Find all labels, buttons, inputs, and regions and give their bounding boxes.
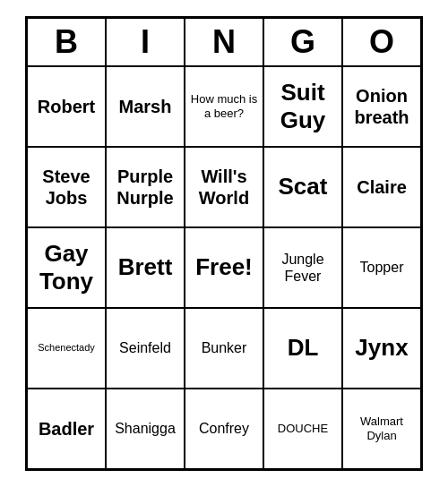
- cell-text: Shanigga: [115, 420, 176, 437]
- cell-text: Free!: [195, 253, 253, 281]
- cell-text: Claire: [357, 176, 407, 198]
- cell-text: Onion breath: [347, 85, 417, 128]
- cell-text: DL: [288, 334, 319, 362]
- cell-text: Jungle Fever: [268, 251, 338, 285]
- bingo-cell: Confrey: [185, 389, 263, 469]
- bingo-cell: Seinfeld: [106, 308, 185, 389]
- bingo-cell: Brett: [106, 227, 185, 308]
- bingo-header: BINGO: [27, 18, 421, 66]
- bingo-cell: Walmart Dylan: [342, 389, 421, 469]
- header-letter: I: [106, 18, 185, 66]
- cell-text: Marsh: [119, 96, 172, 117]
- header-letter: G: [263, 18, 342, 66]
- cell-text: Scat: [279, 173, 328, 201]
- cell-text: Schenectady: [38, 342, 95, 354]
- cell-text: Jynx: [355, 334, 408, 362]
- bingo-grid: RobertMarshHow much is a beer?Suit GuyOn…: [27, 66, 421, 469]
- bingo-cell: Jungle Fever: [263, 227, 342, 308]
- bingo-cell: Will's World: [185, 147, 263, 227]
- bingo-cell: Scat: [263, 147, 342, 227]
- header-letter: N: [185, 18, 263, 66]
- cell-text: Confrey: [199, 420, 249, 437]
- cell-text: Will's World: [189, 166, 259, 209]
- bingo-cell: Jynx: [342, 308, 421, 389]
- bingo-cell: DL: [263, 308, 342, 389]
- cell-text: How much is a beer?: [189, 92, 259, 120]
- bingo-cell: Steve Jobs: [27, 147, 106, 227]
- bingo-card: BINGO RobertMarshHow much is a beer?Suit…: [25, 16, 423, 471]
- bingo-cell: Suit Guy: [263, 66, 342, 147]
- bingo-cell: Free!: [185, 227, 263, 308]
- cell-text: Purple Nurple: [110, 166, 180, 209]
- bingo-cell: Gay Tony: [27, 227, 106, 308]
- bingo-cell: Claire: [342, 147, 421, 227]
- cell-text: Bunker: [202, 339, 247, 356]
- cell-text: Topper: [360, 259, 404, 276]
- header-letter: O: [342, 18, 421, 66]
- bingo-cell: Topper: [342, 227, 421, 308]
- bingo-cell: Purple Nurple: [106, 147, 185, 227]
- cell-text: Seinfeld: [119, 339, 171, 356]
- cell-text: Brett: [118, 253, 173, 281]
- cell-text: Robert: [38, 96, 95, 117]
- bingo-cell: Marsh: [106, 66, 185, 147]
- cell-text: Walmart Dylan: [347, 414, 417, 442]
- cell-text: Gay Tony: [31, 240, 101, 295]
- bingo-cell: DOUCHE: [263, 389, 342, 469]
- cell-text: Badler: [39, 418, 94, 440]
- cell-text: Steve Jobs: [31, 166, 101, 209]
- bingo-cell: How much is a beer?: [185, 66, 263, 147]
- bingo-cell: Shanigga: [106, 389, 185, 469]
- bingo-cell: Schenectady: [27, 308, 106, 389]
- bingo-cell: Robert: [27, 66, 106, 147]
- cell-text: Suit Guy: [268, 79, 338, 134]
- bingo-cell: Bunker: [185, 308, 263, 389]
- cell-text: DOUCHE: [278, 422, 328, 436]
- bingo-cell: Badler: [27, 389, 106, 469]
- bingo-cell: Onion breath: [342, 66, 421, 147]
- header-letter: B: [27, 18, 106, 66]
